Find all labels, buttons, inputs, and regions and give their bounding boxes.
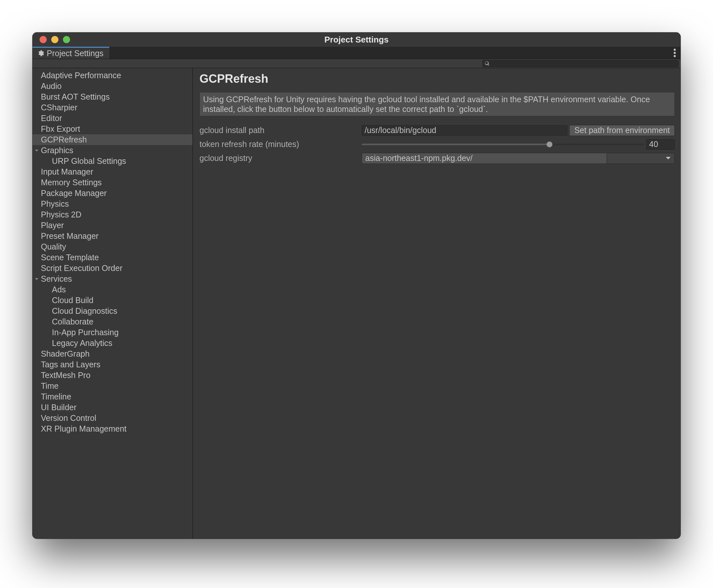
chevron-down-icon[interactable]	[34, 276, 40, 282]
sidebar-item[interactable]: Player	[33, 220, 192, 231]
search-input[interactable]	[490, 59, 676, 67]
sidebar-item[interactable]: Collaborate	[33, 316, 192, 327]
titlebar: Project Settings	[33, 33, 680, 47]
sidebar-item[interactable]: Audio	[33, 81, 192, 91]
sidebar-item[interactable]: Cloud Build	[33, 295, 192, 306]
sidebar-item-label: TextMesh Pro	[41, 371, 90, 380]
sidebar-item[interactable]: Adaptive Performance	[33, 70, 192, 81]
settings-sidebar: Adaptive PerformanceAudioBurst AOT Setti…	[33, 68, 193, 539]
sidebar-item-label: Package Manager	[41, 189, 107, 198]
sidebar-item[interactable]: Version Control	[33, 413, 192, 423]
sidebar-item-label: Services	[41, 274, 72, 284]
gear-icon	[37, 50, 44, 57]
sidebar-item[interactable]: Script Execution Order	[33, 263, 192, 274]
sidebar-item[interactable]: ShaderGraph	[33, 349, 192, 359]
sidebar-item-label: Burst AOT Settings	[41, 92, 110, 102]
sidebar-item-label: Legacy Analytics	[52, 338, 112, 348]
sidebar-item[interactable]: Input Manager	[33, 166, 192, 177]
sidebar-item[interactable]: CSharpier	[33, 102, 192, 113]
tab-label: Project Settings	[47, 49, 104, 58]
search-icon	[484, 58, 490, 68]
sidebar-item-label: Preset Manager	[41, 231, 99, 241]
settings-content: GCPRefresh Using GCPRefresh for Unity re…	[193, 68, 680, 539]
tab-bar: Project Settings	[33, 47, 680, 59]
registry-label: gcloud registry	[199, 153, 362, 163]
refresh-rate-slider[interactable]	[362, 143, 644, 146]
chevron-down-icon[interactable]	[34, 148, 40, 153]
project-settings-window: Project Settings Project Settings	[33, 33, 680, 539]
close-icon[interactable]	[40, 36, 47, 43]
sidebar-item[interactable]: Fbx Export	[33, 124, 192, 134]
sidebar-item[interactable]: In-App Purchasing	[33, 327, 192, 338]
toolbar	[33, 59, 680, 68]
sidebar-item-label: Scene Template	[41, 253, 99, 262]
sidebar-item[interactable]: Physics	[33, 198, 192, 209]
body: Adaptive PerformanceAudioBurst AOT Setti…	[33, 68, 680, 539]
set-path-button[interactable]: Set path from environment	[569, 125, 675, 136]
sidebar-item-label: Memory Settings	[41, 178, 102, 187]
sidebar-item-label: UI Builder	[41, 403, 77, 412]
sidebar-item[interactable]: URP Global Settings	[33, 156, 192, 166]
info-box: Using GCPRefresh for Unity requires havi…	[199, 92, 675, 116]
sidebar-item[interactable]: Time	[33, 381, 192, 391]
sidebar-item-label: Tags and Layers	[41, 360, 100, 369]
tab-options-button[interactable]	[673, 47, 676, 59]
sidebar-item[interactable]: Timeline	[33, 391, 192, 402]
window-controls	[33, 36, 70, 43]
sidebar-item[interactable]: Legacy Analytics	[33, 338, 192, 349]
sidebar-item[interactable]: Quality	[33, 241, 192, 252]
sidebar-item[interactable]: Cloud Diagnostics	[33, 306, 192, 316]
sidebar-item-label: GCPRefresh	[41, 135, 87, 144]
sidebar-item-label: Fbx Export	[41, 124, 80, 134]
svg-point-1	[674, 51, 676, 54]
sidebar-item[interactable]: Burst AOT Settings	[33, 91, 192, 102]
sidebar-item[interactable]: Package Manager	[33, 188, 192, 198]
sidebar-item-label: Cloud Build	[52, 296, 93, 305]
sidebar-item-label: Physics	[41, 199, 69, 209]
sidebar-item-label: Player	[41, 220, 64, 230]
sidebar-item[interactable]: TextMesh Pro	[33, 370, 192, 381]
install-path-label: gcloud install path	[199, 126, 362, 135]
maximize-icon[interactable]	[63, 36, 70, 43]
sidebar-item-label: Cloud Diagnostics	[52, 306, 117, 316]
sidebar-item[interactable]: Graphics	[33, 145, 192, 156]
refresh-rate-value[interactable]: 40	[646, 139, 675, 150]
sidebar-item-label: Input Manager	[41, 167, 93, 176]
field-install-path: gcloud install path Set path from enviro…	[199, 123, 675, 137]
sidebar-item[interactable]: GCPRefresh	[33, 134, 192, 145]
chevron-down-icon	[607, 153, 675, 164]
sidebar-item-label: Collaborate	[52, 317, 93, 327]
sidebar-item[interactable]: Ads	[33, 284, 192, 295]
sidebar-item[interactable]: UI Builder	[33, 402, 192, 413]
sidebar-item-label: Ads	[52, 285, 66, 294]
sidebar-item-label: Time	[41, 381, 59, 391]
field-refresh-rate: token refresh rate (minutes) 40	[199, 137, 675, 151]
svg-point-2	[674, 55, 676, 57]
tab-project-settings[interactable]: Project Settings	[33, 47, 109, 59]
search-field[interactable]	[482, 60, 678, 67]
registry-dropdown[interactable]: asia-northeast1-npm.pkg.dev/	[362, 153, 675, 164]
svg-point-0	[674, 49, 676, 51]
sidebar-item[interactable]: Editor	[33, 113, 192, 124]
refresh-rate-label: token refresh rate (minutes)	[199, 140, 362, 149]
sidebar-item[interactable]: Tags and Layers	[33, 359, 192, 370]
sidebar-item-label: XR Plugin Management	[41, 424, 127, 434]
sidebar-item[interactable]: Physics 2D	[33, 209, 192, 220]
sidebar-item[interactable]: Scene Template	[33, 252, 192, 263]
sidebar-item[interactable]: XR Plugin Management	[33, 423, 192, 434]
install-path-input[interactable]	[362, 125, 567, 135]
sidebar-item-label: Script Execution Order	[41, 264, 123, 273]
sidebar-item-label: Audio	[41, 81, 62, 91]
sidebar-item[interactable]: Memory Settings	[33, 177, 192, 188]
sidebar-item-label: Physics 2D	[41, 210, 81, 219]
sidebar-item-label: Editor	[41, 113, 62, 123]
sidebar-item[interactable]: Services	[33, 274, 192, 284]
sidebar-item[interactable]: Preset Manager	[33, 231, 192, 241]
sidebar-item-label: ShaderGraph	[41, 349, 89, 359]
sidebar-item-label: In-App Purchasing	[52, 328, 119, 337]
sidebar-item-label: Adaptive Performance	[41, 71, 121, 80]
sidebar-item-label: Version Control	[41, 414, 96, 423]
minimize-icon[interactable]	[51, 36, 58, 43]
page-title: GCPRefresh	[199, 72, 675, 86]
field-registry: gcloud registry asia-northeast1-npm.pkg.…	[199, 151, 675, 165]
